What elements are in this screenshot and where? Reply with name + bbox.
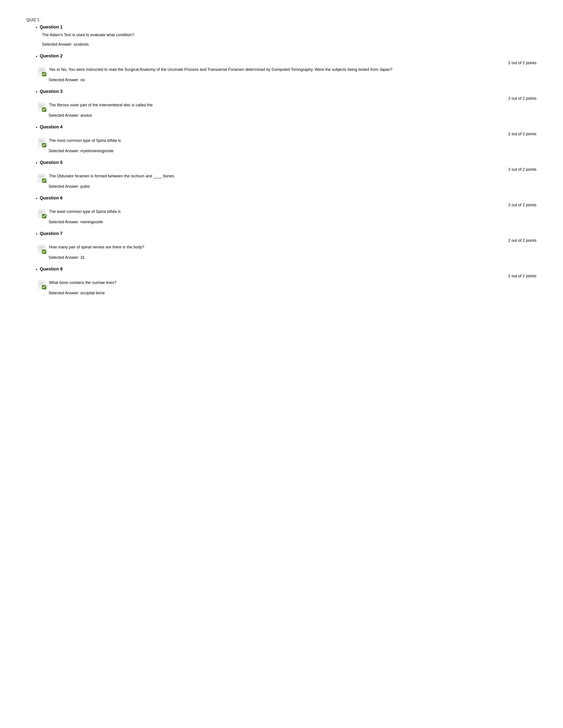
- question-text-row-7: How many pair of spinal nerves are there…: [35, 244, 537, 254]
- question-text-1: The Adam's Test is used to evaluate what…: [40, 32, 537, 38]
- question-item-4: Question 42 out of 2 points The most com: [40, 124, 537, 153]
- question-text-5: The Obturator foramen is formed between …: [49, 173, 175, 179]
- check-icon-4: [38, 138, 47, 147]
- question-text-3: The fibrous outer part of the interverte…: [49, 102, 152, 108]
- question-item-7: Question 72 out of 2 points How many pai: [40, 231, 537, 260]
- question-label-6: Question 6: [40, 195, 537, 201]
- selected-answer-5: Selected Answer: pubis: [35, 184, 537, 189]
- question-item-1: Question 1The Adam's Test is used to eva…: [40, 24, 537, 47]
- question-block-4: 2 out of 2 points The most common type o: [35, 132, 537, 153]
- points-badge-7: 2 out of 2 points: [35, 238, 537, 243]
- question-label-1: Question 1: [40, 24, 537, 30]
- question-block-2: 2 out of 2 points Yes or No, You were in: [35, 61, 537, 82]
- question-text-row-5: The Obturator foramen is formed between …: [35, 173, 537, 183]
- check-icon-5: [38, 174, 47, 183]
- selected-answer-7: Selected Answer: 31: [35, 255, 537, 260]
- check-icon-6: [38, 209, 47, 218]
- points-badge-3: 2 out of 2 points: [35, 96, 537, 101]
- points-badge-6: 2 out of 2 points: [35, 203, 537, 207]
- question-text-6: The least common type of Spina bifida is: [49, 209, 120, 215]
- check-icon-3: [38, 103, 47, 112]
- question-block-7: 2 out of 2 points How many pair of spina: [35, 238, 537, 260]
- question-label-7: Question 7: [40, 231, 537, 236]
- question-text-row-3: The fibrous outer part of the interverte…: [35, 102, 537, 112]
- check-icon-7: [38, 245, 47, 254]
- check-icon-2: [38, 67, 47, 76]
- question-text-row-6: The least common type of Spina bifida is: [35, 209, 537, 218]
- selected-answer-4: Selected Answer: myelomeningocele: [35, 149, 537, 153]
- question-text-row-4: The most common type of Spina bifida is: [35, 138, 537, 147]
- question-label-4: Question 4: [40, 124, 537, 129]
- question-block-5: 2 out of 2 points The Obturator foramen: [35, 167, 537, 189]
- question-item-2: Question 22 out of 2 points Yes or No, Y: [40, 53, 537, 82]
- question-text-2: Yes or No, You were instructed to read t…: [49, 67, 392, 73]
- points-badge-2: 2 out of 2 points: [35, 61, 537, 65]
- selected-answer-8: Selected Answer: occipital bone: [35, 291, 537, 295]
- question-text-8: What bone contains the nuchae lines?: [49, 280, 116, 286]
- questions-list: Question 1The Adam's Test is used to eva…: [26, 24, 537, 295]
- question-label-5: Question 5: [40, 160, 537, 165]
- quiz-container: QUIZ 1: Question 1The Adam's Test is use…: [26, 18, 537, 295]
- selected-answer-1: Selected Answer: scoliosis: [40, 42, 537, 47]
- points-badge-8: 2 out of 2 points: [35, 274, 537, 278]
- selected-answer-2: Selected Answer: no: [35, 78, 537, 82]
- question-block-6: 2 out of 2 points The least common type: [35, 203, 537, 224]
- question-block-8: 2 out of 2 points What bone contains the: [35, 274, 537, 295]
- question-item-3: Question 32 out of 2 points The fibrous: [40, 89, 537, 118]
- question-text-7: How many pair of spinal nerves are there…: [49, 244, 144, 250]
- selected-answer-6: Selected Answer: meningocele: [35, 220, 537, 224]
- question-block-3: 2 out of 2 points The fibrous outer part: [35, 96, 537, 118]
- question-item-8: Question 82 out of 2 points What bone co: [40, 266, 537, 295]
- question-label-8: Question 8: [40, 266, 537, 272]
- question-label-2: Question 2: [40, 53, 537, 58]
- quiz-title: QUIZ 1:: [26, 18, 537, 22]
- question-label-3: Question 3: [40, 89, 537, 94]
- question-text-4: The most common type of Spina bifida is: [49, 138, 121, 144]
- question-item-6: Question 62 out of 2 points The least co: [40, 195, 537, 224]
- question-text-row-2: Yes or No, You were instructed to read t…: [35, 67, 537, 76]
- question-item-5: Question 52 out of 2 points The Obturato: [40, 160, 537, 189]
- check-icon-8: [38, 280, 47, 289]
- question-text-row-8: What bone contains the nuchae lines?: [35, 280, 537, 289]
- points-badge-4: 2 out of 2 points: [35, 132, 537, 136]
- points-badge-5: 2 out of 2 points: [35, 167, 537, 172]
- selected-answer-3: Selected Answer: anulus: [35, 113, 537, 118]
